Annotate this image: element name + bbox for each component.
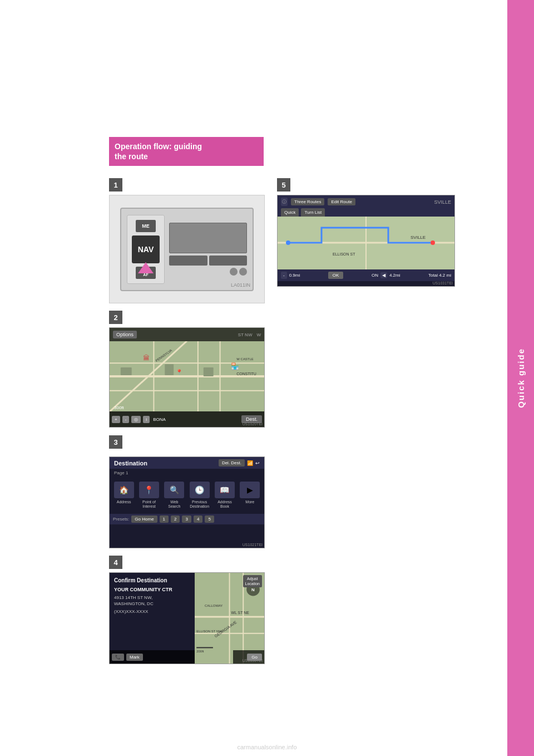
step3-badge: 3 <box>109 435 122 449</box>
edit-route-button[interactable]: Edit Route <box>328 198 355 205</box>
dest-presets: Presets: Go Home 1 2 3 4 5 <box>110 514 264 524</box>
expand-icon[interactable]: ◀ <box>380 272 387 278</box>
step5-image: ⓘ Three Routes Edit Route SVILLE Quick T… <box>277 195 455 287</box>
dest-page-label: Page 1 <box>110 469 264 477</box>
map-city-label: SVILLE <box>434 199 451 205</box>
section-title-box: Operation flow: guiding the route <box>109 137 264 166</box>
go-home-button[interactable]: Go Home <box>131 516 157 523</box>
web-search-icon-item[interactable]: 🔍 WebSearch <box>164 482 184 509</box>
svg-text:ELLISON ST: ELLISON ST <box>333 252 355 256</box>
recenter-btn[interactable]: ◎ <box>131 416 141 423</box>
adjust-location-button[interactable]: AdjustLocation <box>243 575 262 587</box>
svg-point-33 <box>286 240 290 245</box>
del-dest-button[interactable]: Del. Dest. <box>219 459 245 467</box>
quick-tab[interactable]: Quick <box>281 208 299 217</box>
info-icon-btn: ⓘ <box>281 198 288 206</box>
more-icon-box: ▶ <box>240 482 260 498</box>
on-label: ON <box>372 273 378 278</box>
step2-watermark: US1020TEI <box>243 422 263 426</box>
nav-button[interactable]: NAV <box>132 235 160 263</box>
svg-text:CONSTITU: CONSTITU <box>236 372 256 376</box>
route-screen: ⓘ Three Routes Edit Route SVILLE Quick T… <box>278 195 454 286</box>
addr-book-label: AddressBook <box>217 500 232 509</box>
address-icon-item[interactable]: 🏠 Address <box>114 482 134 509</box>
svg-text:200ft: 200ft <box>196 650 204 653</box>
route-dist-1: 0.9mi <box>289 273 300 278</box>
confirm-place-name: YOUR COMMUNITY CTR <box>114 587 190 592</box>
svg-text:W CASTLE: W CASTLE <box>236 357 253 361</box>
address-label: Address <box>117 500 131 504</box>
sidebar-tab-label: Quick guide <box>516 348 526 408</box>
preset-1-button[interactable]: 1 <box>160 516 169 523</box>
step1-badge: 1 <box>109 178 122 192</box>
poi-label: Point ofInterest <box>142 500 156 509</box>
destination-screen: Destination Del. Dest. 📶 ↩ Page 1 🏠 Addr… <box>110 457 264 548</box>
confirm-bottom-bar: 📞 Mark <box>110 650 195 664</box>
me-button[interactable]: ME <box>136 220 156 232</box>
map-bottom-bar: + - ◎ i BONA Dest. <box>110 411 264 427</box>
step2-image: N Options ST NW W <box>109 327 265 428</box>
preset-4-button[interactable]: 4 <box>194 516 202 523</box>
confirm-left-panel: Confirm Destination YOUR COMMUNITY CTR 4… <box>110 573 195 664</box>
prev-dest-icon-item[interactable]: 🕒 PreviousDestination <box>190 482 210 509</box>
svg-text:CALLOWAY: CALLOWAY <box>205 604 222 607</box>
address-icon-box: 🏠 <box>114 482 134 498</box>
map-display: N Options ST NW W <box>110 328 264 427</box>
phone-icon-btn[interactable]: 📞 <box>112 654 124 661</box>
step1-image: ME NAV INAF <box>109 195 265 303</box>
step5-watermark: US1031TEI <box>433 281 453 285</box>
options-button[interactable]: Options <box>113 331 137 338</box>
section-title: Operation flow: guiding the route <box>115 141 202 161</box>
addr-book-icon-item[interactable]: 📖 AddressBook <box>215 482 235 509</box>
route-dist-2: 4.2mi <box>389 273 400 278</box>
preset-5-button[interactable]: 5 <box>205 516 214 523</box>
confirm-destination-screen: Confirm Destination YOUR COMMUNITY CTR 4… <box>110 573 264 664</box>
preset-2-button[interactable]: 2 <box>171 516 180 523</box>
step3-image: Destination Del. Dest. 📶 ↩ Page 1 🏠 Addr… <box>109 456 265 548</box>
main-content: Operation flow: guiding the route 1 ME N… <box>0 0 507 756</box>
step4-watermark: US1030TEI <box>243 659 263 662</box>
addr-book-icon-box: 📖 <box>215 482 235 498</box>
three-routes-button[interactable]: Three Routes <box>291 198 324 205</box>
dest-icons-row: 🏠 Address 📍 Point ofInterest 🔍 WebSearch <box>110 477 264 514</box>
poi-icon-item[interactable]: 📍 Point ofInterest <box>139 482 159 509</box>
sidebar-tab: Quick guide <box>507 0 534 756</box>
svg-rect-10 <box>204 367 214 376</box>
svg-text:SVILLE: SVILLE <box>411 235 426 240</box>
map-scale: 300ft <box>114 405 124 410</box>
info-btn[interactable]: i <box>143 416 150 423</box>
route-map-area: SVILLE ELLISON ST <box>278 217 454 269</box>
svg-rect-9 <box>165 364 174 375</box>
route-toolbar: ⓘ Three Routes Edit Route SVILLE <box>278 195 454 208</box>
prev-dest-label: PreviousDestination <box>190 500 209 509</box>
route-ok-button[interactable]: OK <box>328 272 344 279</box>
svg-text:🏛: 🏛 <box>143 354 150 362</box>
zoom-out-btn[interactable]: - <box>122 416 130 423</box>
step2-badge: 2 <box>109 311 122 324</box>
confirm-phone: (XXX)XXX-XXXX <box>114 609 190 614</box>
prev-dest-icon-box: 🕒 <box>190 482 210 498</box>
preset-3-button[interactable]: 3 <box>182 516 191 523</box>
step1-watermark: LA011IN <box>231 282 250 288</box>
step3-watermark: US1021TEI <box>243 543 263 547</box>
svg-point-34 <box>431 240 435 245</box>
web-search-label: WebSearch <box>168 500 180 509</box>
presets-label: Presets: <box>113 517 129 522</box>
zoom-in-btn[interactable]: + <box>112 416 120 423</box>
step4-image: Confirm Destination YOUR COMMUNITY CTR 4… <box>109 572 265 664</box>
turn-list-tab[interactable]: Turn List <box>301 208 325 217</box>
page-watermark: carmanualsonline.info <box>237 744 296 750</box>
poi-icon-box: 📍 <box>139 482 159 498</box>
route-bottom-bar: - 0.9mi OK ON ◀ 4.2mi Total 4.2 mi <box>278 269 454 281</box>
minus-btn[interactable]: - <box>281 272 287 279</box>
route-tabs: Quick Turn List <box>278 208 454 217</box>
confirm-address: 4913 14TH ST NW, WASHINGTON, DC <box>114 595 190 607</box>
web-search-icon-box: 🔍 <box>164 482 184 498</box>
svg-text:📍: 📍 <box>176 369 183 376</box>
dest-screen-header: Destination Del. Dest. 📶 ↩ <box>110 457 264 469</box>
svg-rect-28 <box>196 647 213 648</box>
confirm-screen-title: Confirm Destination <box>114 577 190 583</box>
map-toolbar: N Options ST NW W <box>110 328 264 341</box>
more-icon-item[interactable]: ▶ More <box>240 482 260 509</box>
mark-button[interactable]: Mark <box>126 654 143 661</box>
